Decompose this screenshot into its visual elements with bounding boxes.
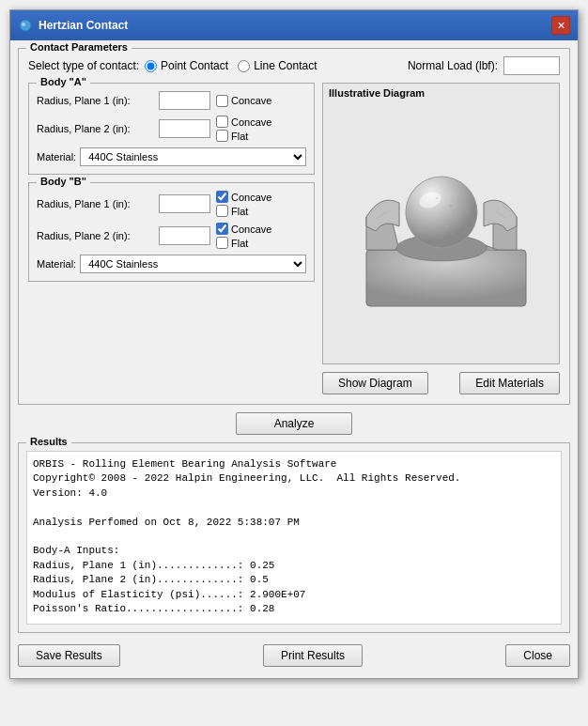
body-a-material-row: Material: 440C Stainless 52100 Steel Alu… [37,147,306,166]
body-a-radius2-concave-label[interactable]: Concave [216,116,271,128]
point-contact-radio-label[interactable]: Point Contact [145,59,228,72]
analyze-row: Analyze [18,412,570,435]
body-b-radius2-flat-check[interactable] [216,237,228,249]
close-window-button[interactable]: ✕ [551,16,570,35]
svg-point-14 [456,199,459,202]
point-contact-radio[interactable] [145,60,157,72]
body-a-radius1-concave-label[interactable]: Concave [216,95,271,107]
print-results-button[interactable]: Print Results [263,644,363,667]
body-a-radius2-input[interactable]: .5 [159,119,210,138]
diagram-buttons-row: Show Diagram Edit Materials [322,372,560,394]
body-a-radius1-input[interactable]: .25 [159,91,210,110]
body-b-radius1-label: Radius, Plane 1 (in): [37,198,159,209]
normal-load-input[interactable]: 100 [503,56,560,75]
body-b-flat-text: Flat [231,238,248,249]
contact-params-group: Contact Parameters Select type of contac… [18,48,570,405]
body-b-concave-text: Concave [231,192,271,203]
select-type-label: Select type of contact: [28,59,139,72]
body-b-radius2-concave-check[interactable] [216,223,228,235]
diagram-column: Illustrative Diagram [322,83,560,394]
diagram-box: Illustrative Diagram [322,83,560,364]
contact-type-section: Select type of contact: Point Contact Li… [28,59,317,72]
body-b-label: Body "B" [37,176,90,187]
body-a-radius2-flat-check[interactable] [216,130,228,142]
analyze-button[interactable]: Analyze [236,412,353,435]
line-contact-label: Line Contact [254,59,317,72]
results-group: Results ORBIS - Rolling Element Bearing … [18,442,570,633]
line-contact-radio[interactable] [238,60,250,72]
body-b-radius1-row: Radius, Plane 1 (in): .3 Concave Flat [37,191,306,217]
body-b-radius1-checkboxes: Concave Flat [216,191,271,217]
title-bar: Hertzian Contact ✕ [10,10,578,40]
close-button[interactable]: Close [505,644,570,667]
svg-point-15 [436,197,438,199]
body-b-radius2-input[interactable]: .6 [159,226,210,245]
body-b-radius1-flat-label[interactable]: Flat [216,205,271,217]
body-b-radius1-concave-check[interactable] [216,191,228,203]
body-a-radius1-label: Radius, Plane 1 (in): [37,95,159,106]
body-a-material-label: Material: [37,151,76,162]
body-b-radius2-flat-label[interactable]: Flat [216,237,271,249]
body-b-radius2-row: Radius, Plane 2 (in): .6 Concave Flat [37,223,306,249]
body-b-radius2-label: Radius, Plane 2 (in): [37,230,159,241]
svg-point-1 [22,23,25,26]
body-b-radius1-input[interactable]: .3 [159,194,210,213]
window-title: Hertzian Contact [39,19,128,32]
body-a-flat-text: Flat [231,131,248,142]
svg-point-10 [449,205,452,208]
body-b-group: Body "B" Radius, Plane 1 (in): .3 Concav… [28,182,315,282]
body-a-radius1-row: Radius, Plane 1 (in): .25 Concave [37,91,306,110]
diagram-image-area [323,99,559,363]
results-group-label: Results [26,436,71,447]
contact-params-label: Contact Parameters [26,41,132,53]
body-a-radius1-checkboxes: Concave [216,95,271,107]
svg-point-12 [444,225,447,228]
body-a-radius1-concave-check[interactable] [216,95,228,107]
results-text-area[interactable]: ORBIS - Rolling Element Bearing Analysis… [26,451,562,625]
contact-type-row: Select type of contact: Point Contact Li… [28,56,560,75]
main-window: Hertzian Contact ✕ Contact Parameters Se… [9,9,579,679]
svg-point-8 [406,177,477,248]
bottom-buttons-row: Save Results Print Results Close [18,641,570,671]
diagram-svg [348,142,535,320]
body-b-material-label: Material: [37,258,76,270]
save-results-button[interactable]: Save Results [18,644,120,667]
bodies-row: Body "A" Radius, Plane 1 (in): .25 Conca… [28,83,560,394]
body-a-label: Body "A" [37,76,90,87]
normal-load-label: Normal Load (lbf): [408,59,498,72]
radio-group: Point Contact Line Contact [145,59,317,72]
svg-point-0 [20,20,31,31]
body-a-radius2-flat-label[interactable]: Flat [216,130,271,142]
body-b-radius1-concave-label[interactable]: Concave [216,191,271,203]
body-b-radius2-concave-text: Concave [231,224,271,235]
body-a-radius2-concave-check[interactable] [216,116,228,128]
svg-point-13 [458,209,461,211]
body-b-material-row: Material: 440C Stainless 52100 Steel Alu… [37,255,306,273]
body-a-radius2-concave-text: Concave [231,116,271,128]
point-contact-label: Point Contact [161,59,228,72]
body-a-radius2-label: Radius, Plane 2 (in): [37,123,159,134]
app-icon [18,18,33,33]
body-b-radius2-concave-label[interactable]: Concave [216,223,271,235]
show-diagram-button[interactable]: Show Diagram [322,372,428,394]
body-a-material-select[interactable]: 440C Stainless 52100 Steel Aluminum 6061… [80,147,306,166]
body-b-radius2-checkboxes: Concave Flat [216,223,271,249]
body-b-radius1-flat-check[interactable] [216,205,228,217]
line-contact-radio-label[interactable]: Line Contact [238,59,317,72]
diagram-label: Illustrative Diagram [323,84,430,99]
title-bar-left: Hertzian Contact [18,18,128,33]
normal-load-section: Normal Load (lbf): 100 [408,56,560,75]
window-body: Contact Parameters Select type of contac… [10,40,578,678]
body-a-radius2-checkboxes: Concave Flat [216,116,271,142]
body-a-concave-text: Concave [231,95,271,106]
body-a-radius2-row: Radius, Plane 2 (in): .5 Concave Flat [37,116,306,142]
body-b-radius1-flat-text: Flat [231,206,248,217]
body-b-material-select[interactable]: 440C Stainless 52100 Steel Aluminum 6061… [80,255,306,273]
body-column: Body "A" Radius, Plane 1 (in): .25 Conca… [28,83,315,394]
body-a-group: Body "A" Radius, Plane 1 (in): .25 Conca… [28,83,315,175]
edit-materials-button[interactable]: Edit Materials [459,372,560,394]
svg-point-11 [454,216,456,219]
